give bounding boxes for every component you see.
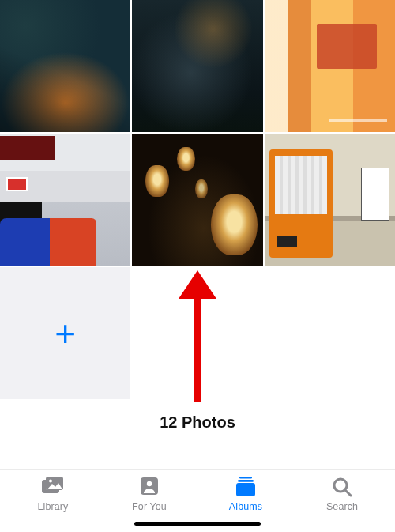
photo-thumbnail[interactable] (265, 0, 395, 132)
thumb-detail (211, 194, 258, 255)
svg-line-10 (346, 491, 352, 496)
thumb-detail (361, 168, 389, 221)
svg-rect-8 (236, 483, 255, 496)
svg-rect-6 (239, 477, 252, 479)
tab-albums[interactable]: Albums (198, 476, 294, 512)
photo-thumbnail[interactable] (0, 0, 130, 132)
photo-thumbnail[interactable] (0, 134, 130, 266)
photo-thumbnail[interactable] (265, 134, 395, 266)
thumb-detail (145, 165, 169, 197)
for-you-icon (137, 476, 162, 498)
tab-bar: Library For You Albums Search (0, 469, 395, 517)
tab-label: Albums (229, 501, 262, 512)
photo-thumbnail[interactable] (132, 134, 262, 266)
home-indicator[interactable] (134, 522, 261, 526)
photo-grid: + (0, 0, 395, 399)
tab-for-you[interactable]: For You (101, 476, 198, 512)
thumb-detail (177, 147, 195, 171)
tab-search[interactable]: Search (294, 476, 390, 512)
svg-point-5 (147, 481, 152, 486)
tab-library[interactable]: Library (5, 476, 101, 512)
albums-icon (233, 476, 258, 498)
search-icon (329, 476, 355, 498)
thumb-detail (269, 149, 332, 258)
photos-app-root: + 12 Photos Library For You (0, 0, 395, 532)
plus-icon: + (55, 315, 76, 352)
add-photo-tile[interactable]: + (0, 267, 130, 399)
tab-label: For You (132, 501, 167, 512)
thumb-detail (195, 179, 209, 198)
thumb-detail (6, 177, 27, 191)
tab-label: Library (38, 501, 69, 512)
thumb-detail (0, 136, 55, 160)
svg-rect-7 (238, 480, 254, 482)
thumb-detail (0, 218, 96, 266)
svg-point-3 (49, 480, 52, 483)
photo-count-label: 12 Photos (0, 399, 395, 438)
tab-label: Search (326, 501, 358, 512)
photo-thumbnail[interactable] (132, 0, 262, 132)
library-icon (40, 476, 66, 498)
